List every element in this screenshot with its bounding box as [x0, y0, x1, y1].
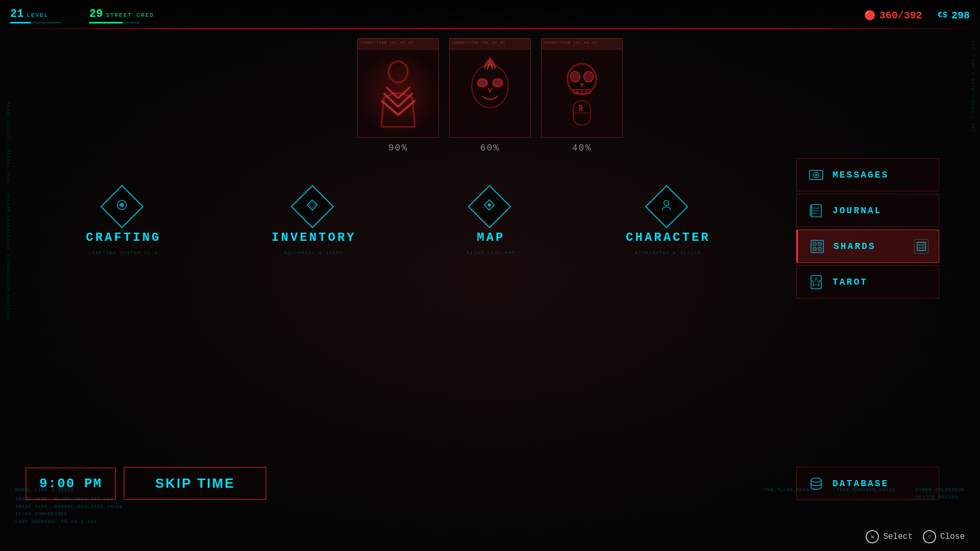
- money-display: €$ 298: [938, 10, 970, 21]
- euro-icon: €$: [938, 11, 947, 20]
- card-2-art: [450, 49, 530, 137]
- svg-rect-50: [818, 242, 821, 245]
- svg-point-60: [811, 478, 821, 482]
- street-cred-block: 29 STREET CRED: [89, 8, 154, 23]
- svg-rect-52: [818, 247, 821, 251]
- map-sublabel: NIGHT CITY MAP: [467, 251, 515, 255]
- card-2-percentage: 60%: [480, 143, 500, 153]
- level-number: 21: [10, 8, 23, 20]
- card-1-header: CONNECTION 201.88.43: [360, 41, 413, 45]
- inventory-icon: [305, 198, 320, 216]
- card-3-percentage: 40%: [572, 143, 592, 153]
- svg-marker-59: [812, 278, 821, 286]
- nav-character[interactable]: CHARACTER ATTRIBUTES & SKILLS: [616, 184, 721, 263]
- svg-point-7: [472, 64, 508, 107]
- map-icon-wrap: [474, 191, 507, 224]
- inventory-sublabel: EQUIPMENT & ITEMS: [284, 251, 344, 255]
- sidebar-journal[interactable]: JOURNAL: [796, 194, 939, 227]
- health-value: 360/392: [879, 10, 922, 21]
- character-icon: [659, 198, 674, 216]
- svg-point-42: [815, 174, 817, 176]
- svg-rect-56: [919, 247, 921, 249]
- street-cred-progress-bar: [89, 22, 140, 23]
- card-2-svg: [459, 55, 521, 132]
- svg-rect-21: [578, 89, 582, 93]
- svg-rect-54: [919, 244, 921, 246]
- crafting-sublabel: CRAFTING SYSTEM V2.0: [89, 251, 158, 255]
- svg-point-9: [493, 79, 503, 86]
- svg-point-0: [388, 61, 408, 82]
- card-3-header: CONNECTION 201.88.43: [544, 41, 597, 45]
- right-deco-text: TAC / LOG / DATA / FEED / NET: [970, 41, 975, 133]
- nav-inventory[interactable]: INVENTORY EQUIPMENT & ITEMS: [261, 184, 366, 263]
- map-icon: [482, 198, 497, 216]
- crafting-label: CRAFTING: [86, 231, 161, 244]
- svg-rect-57: [922, 247, 924, 249]
- inventory-icon-wrap: [297, 191, 330, 224]
- sidebar-shards[interactable]: SHARDS: [796, 230, 939, 263]
- crafting-diamond: [101, 185, 144, 229]
- card-3-wrapper[interactable]: CONNECTION 201.88.43: [541, 38, 623, 153]
- shards-badge: [914, 239, 928, 254]
- street-cred-label: STREET CRED: [106, 12, 154, 18]
- street-cred-number: 29: [89, 8, 103, 20]
- health-display: 🔴 360/392: [864, 10, 922, 21]
- crafting-icon-wrap: [107, 191, 140, 224]
- level-block: 21 LEVEL: [10, 8, 61, 23]
- map-diamond: [468, 185, 511, 229]
- select-icon: ✕: [866, 530, 879, 543]
- nav-map[interactable]: MAP NIGHT CITY MAP: [456, 184, 525, 263]
- svg-rect-53: [917, 242, 925, 251]
- nav-crafting[interactable]: CRAFTING CRAFTING SYSTEM V2.0: [76, 184, 171, 263]
- bottom-info-left2: IMAGE WIRE: BLACK.ARCH-442.456 IMAGE TYP…: [15, 496, 123, 525]
- messages-label: MESSAGES: [832, 170, 928, 180]
- inventory-label: INVENTORY: [272, 231, 356, 244]
- card-3-svg: R: [551, 55, 612, 132]
- crafting-icon: [115, 198, 129, 216]
- top-right-hud: 🔴 360/392 €$ 298: [864, 10, 970, 21]
- journal-icon: [807, 202, 825, 219]
- right-sidebar: MESSAGES JOURNAL SHARDS: [796, 158, 939, 298]
- svg-rect-22: [582, 89, 586, 93]
- sidebar-tarot[interactable]: TAROT: [796, 265, 939, 298]
- inventory-diamond: [291, 185, 334, 229]
- close-control[interactable]: ○ Close: [923, 530, 965, 543]
- level-progress-fill: [10, 22, 31, 23]
- bottom-info-right3: CYBER COLOSSEUM DEVICE PRISON: [916, 487, 965, 502]
- svg-rect-55: [922, 244, 924, 246]
- svg-point-39: [664, 201, 669, 206]
- close-icon: ○: [923, 530, 936, 543]
- messages-icon: [807, 166, 825, 184]
- card-2-wrapper[interactable]: CONNECTION 201.88.43: [449, 38, 531, 153]
- health-icon: 🔴: [864, 10, 875, 21]
- card-1[interactable]: CONNECTION 201.88.43: [357, 38, 439, 138]
- money-value: 298: [951, 10, 970, 21]
- card-2-header: CONNECTION 201.88.43: [452, 41, 505, 45]
- character-label: CHARACTER: [626, 231, 710, 244]
- card-1-wrapper[interactable]: CONNECTION 201.88.43: [357, 38, 439, 153]
- card-1-svg: [368, 55, 429, 132]
- svg-point-36: [488, 204, 491, 207]
- bottom-info-right2: TASK_MANAGER_S0115: [837, 487, 895, 494]
- level-progress-bar: [10, 22, 61, 23]
- character-sublabel: ATTRIBUTES & SKILLS: [635, 251, 701, 255]
- svg-point-8: [478, 79, 487, 86]
- level-label: LEVEL: [27, 12, 48, 18]
- top-red-line: [0, 28, 980, 29]
- sidebar-messages[interactable]: MESSAGES: [796, 158, 939, 191]
- close-label: Close: [940, 532, 965, 541]
- journal-label: JOURNAL: [832, 206, 928, 216]
- character-icon-wrap: [651, 191, 684, 224]
- bottom-controls: ✕ Select ○ Close: [866, 530, 965, 543]
- main-nav: CRAFTING CRAFTING SYSTEM V2.0 INVENTORY …: [0, 184, 796, 263]
- bottom-info-left1: MODEL LINE 1.2001A: [15, 487, 123, 494]
- card-3[interactable]: CONNECTION 201.88.43: [541, 38, 623, 138]
- bottom-info-right1: TRN_TLC45_RD0098: [764, 487, 816, 494]
- tarot-icon: [807, 273, 825, 291]
- map-label: MAP: [477, 231, 505, 244]
- cards-container: CONNECTION 201.88.43: [357, 38, 623, 153]
- top-hud: 21 LEVEL 29 STREET CRED 🔴 360/392 €$ 298: [0, 0, 980, 31]
- card-1-percentage: 90%: [388, 143, 408, 153]
- card-3-art: R: [542, 49, 622, 137]
- card-2[interactable]: CONNECTION 201.88.43: [449, 38, 531, 138]
